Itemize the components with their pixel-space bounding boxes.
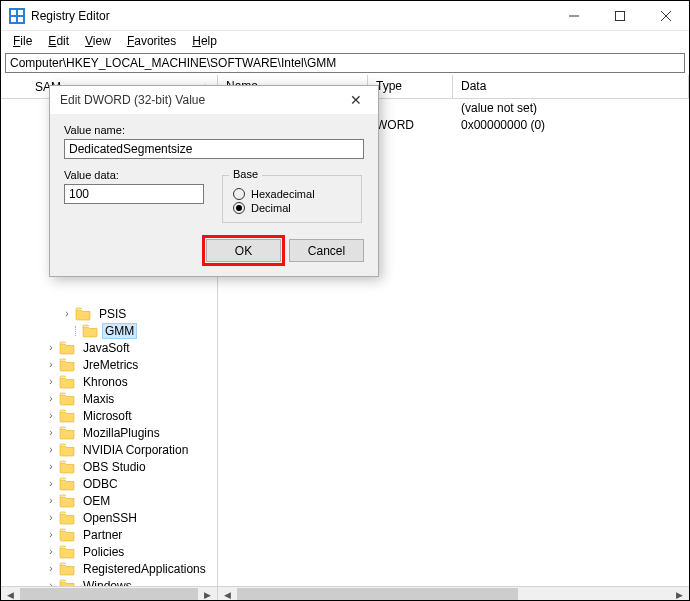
chevron-right-icon[interactable]: › xyxy=(45,495,57,507)
tree-item-label: JavaSoft xyxy=(83,341,130,355)
titlebar: Registry Editor xyxy=(1,1,689,31)
dialog-close-button[interactable]: ✕ xyxy=(344,90,368,110)
tree-item[interactable]: GMM xyxy=(1,322,217,339)
value-data-input[interactable] xyxy=(64,184,204,204)
minimize-button[interactable] xyxy=(551,1,597,30)
tree-item-label: OpenSSH xyxy=(83,511,137,525)
chevron-right-icon[interactable]: › xyxy=(45,478,57,490)
tree-item[interactable]: ›ODBC xyxy=(1,475,217,492)
scroll-left-icon[interactable]: ◀ xyxy=(2,588,19,602)
menu-help[interactable]: Help xyxy=(184,32,225,50)
value-name-input[interactable] xyxy=(64,139,364,159)
col-data-header[interactable]: Data xyxy=(453,75,689,98)
tree-item-label: Khronos xyxy=(83,375,128,389)
menu-favorites[interactable]: Favorites xyxy=(119,32,184,50)
tree-item-label: OEM xyxy=(83,494,110,508)
address-bar[interactable]: Computer\HKEY_LOCAL_MACHINE\SOFTWARE\Int… xyxy=(5,53,685,73)
tree-item-label: Microsoft xyxy=(83,409,132,423)
tree-item-label: JreMetrics xyxy=(83,358,138,372)
tree-item-label: PSIS xyxy=(99,307,126,321)
tree-item-label: ODBC xyxy=(83,477,118,491)
tree-item[interactable]: ›Maxis xyxy=(1,390,217,407)
tree-item-label: OBS Studio xyxy=(83,460,146,474)
base-group: Base Hexadecimal Decimal xyxy=(222,175,362,223)
tree-item[interactable]: ›OpenSSH xyxy=(1,509,217,526)
value-name-label: Value name: xyxy=(64,124,364,136)
window-title: Registry Editor xyxy=(31,9,551,23)
svg-rect-6 xyxy=(616,11,625,20)
dialog-titlebar[interactable]: Edit DWORD (32-bit) Value ✕ xyxy=(50,86,378,114)
svg-rect-4 xyxy=(18,17,23,22)
tree-item[interactable]: ›PSIS xyxy=(1,305,217,322)
scroll-thumb[interactable] xyxy=(237,588,518,602)
radio-icon xyxy=(233,188,245,200)
chevron-right-icon[interactable]: › xyxy=(61,308,73,320)
tree-hscroll[interactable]: ◀ ▶ xyxy=(1,586,218,601)
tree-item[interactable]: ›JavaSoft xyxy=(1,339,217,356)
chevron-right-icon[interactable]: › xyxy=(45,376,57,388)
edit-dword-dialog: Edit DWORD (32-bit) Value ✕ Value name: … xyxy=(49,85,379,277)
radio-icon xyxy=(233,202,245,214)
tree-item-label: RegisteredApplications xyxy=(83,562,206,576)
scroll-right-icon[interactable]: ▶ xyxy=(199,588,216,602)
svg-rect-3 xyxy=(11,17,16,22)
tree-item[interactable]: ›Khronos xyxy=(1,373,217,390)
chevron-right-icon[interactable]: › xyxy=(45,410,57,422)
menubar: File Edit View Favorites Help xyxy=(1,31,689,51)
tree-item[interactable]: ›Partner xyxy=(1,526,217,543)
tree-item-label: Policies xyxy=(83,545,124,559)
list-hscroll[interactable]: ◀ ▶ xyxy=(218,586,689,601)
chevron-right-icon[interactable]: › xyxy=(45,427,57,439)
tree-item-label: MozillaPlugins xyxy=(83,426,160,440)
chevron-right-icon[interactable]: › xyxy=(45,512,57,524)
close-button[interactable] xyxy=(643,1,689,30)
cell-data: (value not set) xyxy=(453,101,689,115)
value-data-label: Value data: xyxy=(64,169,204,181)
tree-item[interactable]: ›RegisteredApplications xyxy=(1,560,217,577)
chevron-right-icon[interactable]: › xyxy=(45,461,57,473)
scroll-right-icon[interactable]: ▶ xyxy=(671,588,688,602)
chevron-right-icon[interactable]: › xyxy=(45,529,57,541)
dialog-title-text: Edit DWORD (32-bit) Value xyxy=(60,93,205,107)
cancel-button[interactable]: Cancel xyxy=(289,239,364,262)
tree-item-label: NVIDIA Corporation xyxy=(83,443,188,457)
chevron-right-icon[interactable]: › xyxy=(45,444,57,456)
tree-item-label: Windows xyxy=(83,579,132,587)
maximize-button[interactable] xyxy=(597,1,643,30)
tree-item[interactable]: ›MozillaPlugins xyxy=(1,424,217,441)
chevron-right-icon[interactable]: › xyxy=(45,393,57,405)
svg-rect-2 xyxy=(18,10,23,15)
cell-data: 0x00000000 (0) xyxy=(453,118,689,132)
tree-item[interactable]: ›NVIDIA Corporation xyxy=(1,441,217,458)
tree-item[interactable]: ›Microsoft xyxy=(1,407,217,424)
base-legend: Base xyxy=(229,168,262,180)
ok-button[interactable]: OK xyxy=(206,239,281,262)
tree-item[interactable]: ›OEM xyxy=(1,492,217,509)
regedit-icon xyxy=(9,8,25,24)
chevron-right-icon[interactable]: › xyxy=(45,359,57,371)
tree-item[interactable]: ›Policies xyxy=(1,543,217,560)
scroll-thumb[interactable] xyxy=(20,588,198,602)
scroll-left-icon[interactable]: ◀ xyxy=(219,588,236,602)
chevron-right-icon[interactable]: › xyxy=(45,546,57,558)
tree-item[interactable]: ›Windows xyxy=(1,577,217,586)
menu-file[interactable]: File xyxy=(5,32,40,50)
tree-item-label: GMM xyxy=(105,324,134,338)
tree-item[interactable]: ›OBS Studio xyxy=(1,458,217,475)
svg-rect-1 xyxy=(11,10,16,15)
address-text: Computer\HKEY_LOCAL_MACHINE\SOFTWARE\Int… xyxy=(10,56,336,70)
menu-edit[interactable]: Edit xyxy=(40,32,77,50)
chevron-right-icon[interactable]: › xyxy=(45,342,57,354)
tree-item[interactable]: ›JreMetrics xyxy=(1,356,217,373)
col-type-header[interactable]: Type xyxy=(368,75,453,98)
tree-item-label: Maxis xyxy=(83,392,114,406)
radio-decimal[interactable]: Decimal xyxy=(233,202,351,214)
expander-none xyxy=(61,325,73,337)
cell-type: WORD xyxy=(368,118,453,132)
chevron-right-icon[interactable]: › xyxy=(45,580,57,587)
chevron-right-icon[interactable]: › xyxy=(45,563,57,575)
menu-view[interactable]: View xyxy=(77,32,119,50)
tree-item-label: Partner xyxy=(83,528,122,542)
radio-hexadecimal[interactable]: Hexadecimal xyxy=(233,188,351,200)
